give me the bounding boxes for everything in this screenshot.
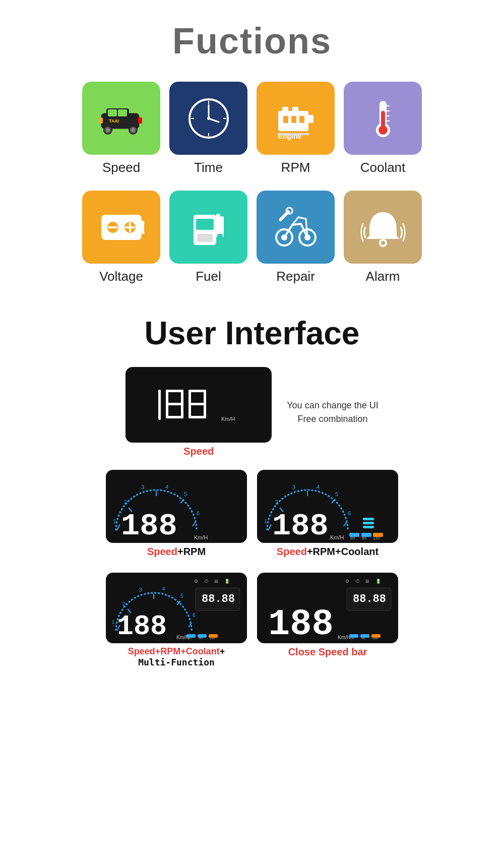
coolant-icon-box <box>344 82 422 155</box>
svg-rect-104 <box>361 533 371 537</box>
speed-only-screen: Km/H <box>125 367 272 443</box>
taxi-icon: TAXI <box>99 96 144 141</box>
function-item-time: Time <box>169 82 247 175</box>
engine-icon: Engine <box>273 96 319 141</box>
csb-label-text: Close Speed bar <box>288 646 367 657</box>
svg-line-87 <box>268 524 271 530</box>
svg-text:188: 188 <box>117 611 167 643</box>
svg-rect-127 <box>209 634 218 638</box>
svg-line-91 <box>344 522 347 526</box>
svg-rect-139 <box>349 634 358 638</box>
svg-text:2: 2 <box>122 601 125 607</box>
svg-rect-37 <box>142 221 144 234</box>
speed-rpm-coolant-screen: 1 2 3 4 5 6 188 Km/H 60 90 120 <box>257 470 398 543</box>
svg-text:4: 4 <box>317 484 320 490</box>
svg-rect-65 <box>181 403 183 418</box>
speed-rpm-label-speed: Speed <box>147 546 177 557</box>
svg-text:⏱: ⏱ <box>204 579 209 584</box>
svg-text:3: 3 <box>292 484 295 490</box>
svg-point-7 <box>131 128 135 132</box>
svg-rect-48 <box>217 234 223 238</box>
battery-icon <box>99 205 144 250</box>
src-label-rpm: +RPM <box>307 546 335 557</box>
thermometer-icon <box>360 96 406 141</box>
svg-text:⊞: ⊞ <box>365 579 369 584</box>
src-label-speed: Speed <box>277 546 307 557</box>
svg-rect-63 <box>181 390 183 405</box>
svg-text:⊞: ⊞ <box>214 579 218 584</box>
svg-text:88.88: 88.88 <box>202 593 235 605</box>
voltage-icon-box <box>82 191 160 264</box>
speed-rpm-coolant-svg: 1 2 3 4 5 6 188 Km/H 60 90 120 <box>257 470 398 543</box>
full-display-row: 1 2 3 4 5 6 188 Km/H 60 90 120 <box>30 573 474 668</box>
svg-rect-25 <box>308 115 313 123</box>
svg-line-78 <box>193 522 196 526</box>
page-title: Fuctions <box>0 0 504 77</box>
svg-text:Km/H: Km/H <box>194 534 208 540</box>
speed-rpm-label: Speed+RPM <box>147 546 206 558</box>
svg-text:1: 1 <box>113 518 116 524</box>
svg-text:TAXI: TAXI <box>109 118 119 124</box>
svg-rect-126 <box>198 634 207 638</box>
svg-text:Km/H: Km/H <box>330 534 344 540</box>
svg-rect-61 <box>166 416 183 418</box>
svg-rect-27 <box>277 133 309 135</box>
close-speed-bar-label: Close Speed bar <box>288 646 367 658</box>
close-speed-bar-screen: 188 Km/H 60 90 120 ⚙ ⏱ ⊞ 🔋 88.88 <box>257 573 398 643</box>
svg-rect-54 <box>278 210 290 222</box>
svg-line-74 <box>117 524 120 530</box>
svg-rect-49 <box>197 234 213 242</box>
svg-text:188: 188 <box>121 508 177 543</box>
svg-text:1: 1 <box>112 620 115 625</box>
full-mf-item: 1 2 3 4 5 6 188 Km/H 60 90 120 <box>106 573 247 668</box>
svg-text:188: 188 <box>268 604 334 643</box>
fmf-label-multi: Multi-Function <box>138 657 215 667</box>
svg-rect-108 <box>363 526 374 528</box>
function-item-alarm: Alarm <box>344 191 422 284</box>
speed-only-item: Km/H Speed <box>125 367 272 457</box>
svg-point-31 <box>379 126 388 135</box>
clock-icon <box>186 96 231 141</box>
svg-rect-66 <box>188 390 206 392</box>
svg-rect-3 <box>118 109 127 116</box>
svg-rect-2 <box>108 109 117 116</box>
svg-text:6: 6 <box>197 510 200 516</box>
svg-text:⏱: ⏱ <box>355 579 360 584</box>
svg-rect-105 <box>373 533 383 537</box>
svg-rect-107 <box>363 522 374 524</box>
ui-section: User Interface <box>0 304 504 703</box>
svg-text:1: 1 <box>264 518 267 524</box>
svg-text:2: 2 <box>124 499 127 505</box>
time-icon-box <box>169 82 247 155</box>
src-label-coolant: +Coolant <box>335 546 379 557</box>
svg-text:🔋: 🔋 <box>224 578 230 584</box>
fuel-icon <box>186 205 231 250</box>
speed-rpm-label-rpm: +RPM <box>177 546 206 557</box>
svg-text:3: 3 <box>139 587 142 593</box>
bell-icon <box>360 205 406 250</box>
functions-section: TAXI Speed Time <box>0 77 504 304</box>
function-item-coolant: Coolant <box>344 82 422 175</box>
full-mf-label: Speed+RPM+Coolant+ Multi-Function <box>128 646 225 668</box>
svg-rect-23 <box>291 116 296 123</box>
fmf-label-mf: + <box>220 646 225 656</box>
speed-rpm-screen: 1 2 3 4 5 6 188 Km/H <box>106 470 247 543</box>
repair-label: Repair <box>276 269 315 284</box>
svg-text:88.88: 88.88 <box>353 593 386 605</box>
svg-rect-106 <box>363 518 374 520</box>
ui-desc-line2: Free combination <box>287 412 378 426</box>
svg-point-57 <box>381 241 385 245</box>
close-speed-bar-svg: 188 Km/H 60 90 120 ⚙ ⏱ ⊞ 🔋 88.88 <box>257 573 398 643</box>
svg-rect-103 <box>349 533 359 537</box>
svg-text:Km/H: Km/H <box>338 635 350 640</box>
rpm-label: RPM <box>281 160 310 175</box>
svg-rect-58 <box>158 390 161 420</box>
svg-text:188: 188 <box>272 508 329 543</box>
svg-rect-8 <box>99 117 103 124</box>
voltage-label: Voltage <box>99 269 143 284</box>
svg-rect-24 <box>299 116 304 123</box>
function-item-voltage: Voltage <box>82 191 160 284</box>
repair-icon <box>273 205 319 250</box>
svg-text:⚙: ⚙ <box>194 579 198 584</box>
svg-text:⚙: ⚙ <box>345 579 349 584</box>
